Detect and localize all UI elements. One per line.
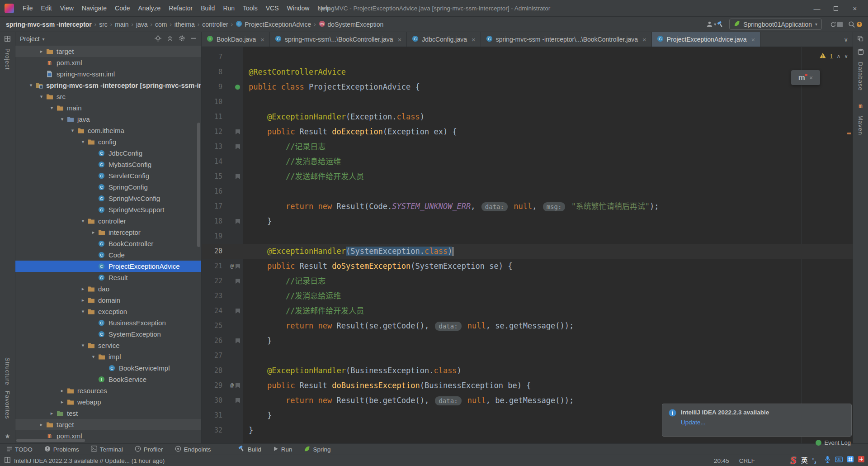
tree-item-domain[interactable]: ▸domain bbox=[15, 295, 201, 306]
tree-item-mybatisconfig[interactable]: CMybatisConfig bbox=[15, 159, 201, 170]
gutter-icons[interactable] bbox=[222, 274, 243, 289]
tree-item-bookservice[interactable]: IBookService bbox=[15, 374, 201, 385]
sidebar-item-maven[interactable]: Maven bbox=[857, 115, 864, 135]
line-number[interactable]: 15 bbox=[202, 169, 222, 184]
menu-edit[interactable]: Edit bbox=[37, 5, 56, 12]
gutter-marker-icon[interactable] bbox=[236, 264, 240, 269]
ime-language-toggle[interactable]: 英 bbox=[801, 455, 808, 465]
gutter-icons[interactable] bbox=[222, 169, 243, 184]
window-grid-icon[interactable] bbox=[5, 457, 10, 464]
tree-item-bookserviceimpl[interactable]: CBookServiceImpl bbox=[15, 362, 201, 374]
breadcrumb-item[interactable]: itheima bbox=[174, 21, 195, 28]
event-log-button[interactable]: Event Log bbox=[816, 439, 851, 446]
gutter-marker-icon[interactable] bbox=[236, 383, 240, 388]
gutter-icons[interactable] bbox=[222, 184, 243, 199]
hide-panel-icon[interactable] bbox=[191, 35, 197, 43]
tree-item-com-itheima[interactable]: ▾com.itheima bbox=[15, 125, 201, 136]
tab-spring-mvc-ssm-interceptor-bookcontroller-java[interactable]: Cspring-mvc-ssm -interceptor\...\BookCon… bbox=[481, 32, 652, 47]
tree-item-pom-xml[interactable]: mpom.xml bbox=[15, 57, 201, 68]
tree-toggle-icon[interactable]: ▸ bbox=[58, 388, 66, 394]
stop-icon[interactable] bbox=[837, 22, 843, 27]
editor-floating-widget[interactable]: m × bbox=[791, 70, 820, 85]
tree-toggle-icon[interactable]: ▾ bbox=[79, 342, 87, 348]
line-number[interactable]: 32 bbox=[202, 423, 222, 438]
annotation-gutter-icon[interactable]: @ bbox=[230, 378, 234, 393]
line-number[interactable]: 28 bbox=[202, 363, 222, 378]
breadcrumb-item[interactable]: src bbox=[99, 21, 108, 28]
line-number[interactable]: 9 bbox=[202, 80, 222, 95]
close-tab-icon[interactable]: × bbox=[260, 36, 264, 43]
line-number[interactable]: 25 bbox=[202, 319, 222, 333]
maximize-button[interactable] bbox=[826, 0, 845, 17]
menu-tools[interactable]: Tools bbox=[239, 5, 262, 12]
line-number[interactable]: 16 bbox=[202, 184, 222, 199]
gutter-icons[interactable] bbox=[222, 199, 243, 214]
tree-item-service[interactable]: ▾service bbox=[15, 340, 201, 351]
line-number[interactable]: 20 bbox=[202, 244, 222, 259]
tool-window-button-todo[interactable]: TODO bbox=[6, 446, 33, 453]
prev-problem-icon[interactable]: ∧ bbox=[836, 53, 840, 59]
gutter-marker-icon[interactable] bbox=[236, 129, 240, 134]
ime-skin-icon[interactable] bbox=[858, 456, 864, 464]
line-number[interactable]: 19 bbox=[202, 229, 222, 244]
tree-item-code[interactable]: CCode bbox=[15, 249, 201, 261]
breadcrumb-item[interactable]: com bbox=[155, 21, 167, 28]
inspection-widget[interactable]: 1 ∧ ∨ bbox=[820, 52, 848, 60]
tree-horizontal-scrollbar[interactable] bbox=[16, 439, 85, 442]
gutter-icons[interactable] bbox=[222, 319, 243, 333]
gutter-icons[interactable] bbox=[222, 229, 243, 244]
tree-toggle-icon[interactable]: ▸ bbox=[48, 410, 56, 416]
menu-file[interactable]: File bbox=[19, 5, 37, 12]
tree-item-java[interactable]: ▾java bbox=[15, 114, 201, 125]
tree-toggle-icon[interactable]: ▾ bbox=[79, 218, 87, 224]
tool-window-button-endpoints[interactable]: Endpoints bbox=[175, 446, 211, 453]
tree-item-config[interactable]: ▾config bbox=[15, 136, 201, 147]
menu-refactor[interactable]: Refactor bbox=[165, 5, 197, 12]
gutter-icons[interactable] bbox=[222, 109, 243, 124]
line-number[interactable]: 14 bbox=[202, 154, 222, 169]
tree-item-servletconfig[interactable]: CServletConfig bbox=[15, 170, 201, 181]
tab-jdbcconfig-java[interactable]: CJdbcConfig.java× bbox=[407, 32, 481, 47]
tree-toggle-icon[interactable]: ▾ bbox=[48, 105, 56, 111]
gutter-icons[interactable] bbox=[222, 408, 243, 423]
line-number[interactable]: 13 bbox=[202, 139, 222, 154]
tree-item-controller[interactable]: ▾controller bbox=[15, 215, 201, 227]
tree-item-dao[interactable]: ▸dao bbox=[15, 283, 201, 295]
tree-item-spring-mvc-ssm-interceptor-spring-mvc-ssm-int-[interactable]: ▾spring-mvc-ssm -interceptor [spring-mvc… bbox=[15, 80, 201, 91]
tree-vertical-scrollbar[interactable] bbox=[197, 123, 200, 247]
gutter-marker-icon[interactable] bbox=[236, 144, 240, 149]
gutter-marker-icon[interactable] bbox=[236, 279, 240, 284]
gutter-icons[interactable] bbox=[222, 95, 243, 109]
menu-window[interactable]: Window bbox=[283, 5, 314, 12]
line-number[interactable]: 23 bbox=[202, 289, 222, 304]
line-number[interactable]: 12 bbox=[202, 124, 222, 139]
tree-item-springmvcsupport[interactable]: CSpringMvcSupport bbox=[15, 204, 201, 215]
run-config-selector[interactable]: Springboot01Application ▾ bbox=[729, 19, 822, 30]
line-number[interactable]: 29 bbox=[202, 378, 222, 393]
locate-file-icon[interactable] bbox=[155, 35, 161, 43]
tree-toggle-icon[interactable]: ▾ bbox=[79, 139, 87, 145]
line-number[interactable]: 26 bbox=[202, 333, 222, 348]
tree-item-src[interactable]: ▾src bbox=[15, 91, 201, 102]
close-tab-icon[interactable]: × bbox=[642, 36, 646, 43]
tree-item-target[interactable]: ▸target bbox=[15, 46, 201, 57]
line-number[interactable]: 30 bbox=[202, 393, 222, 408]
tool-window-button-problems[interactable]: Problems bbox=[44, 446, 79, 453]
tool-window-button-build[interactable]: Build bbox=[238, 445, 261, 453]
tree-item-webapp[interactable]: ▸webapp bbox=[15, 396, 201, 408]
class-gutter-icon[interactable] bbox=[235, 85, 240, 90]
close-tab-icon[interactable]: × bbox=[751, 36, 755, 43]
gutter-icons[interactable]: @ bbox=[222, 259, 243, 274]
sogou-logo-icon[interactable]: S bbox=[790, 455, 796, 465]
project-panel-title[interactable]: Project bbox=[20, 35, 40, 43]
tree-item-projectexceptionadvice[interactable]: CProjectExceptionAdvice bbox=[15, 261, 201, 272]
tree-item-impl[interactable]: ▾impl bbox=[15, 351, 201, 362]
tree-item-target[interactable]: ▸target bbox=[15, 419, 201, 430]
gutter-marker-icon[interactable] bbox=[236, 219, 240, 224]
tree-item-systemexception[interactable]: CSystemException bbox=[15, 328, 201, 340]
tool-window-button-profiler[interactable]: Profiler bbox=[135, 446, 163, 453]
tree-toggle-icon[interactable]: ▸ bbox=[38, 422, 45, 428]
breadcrumb-item[interactable]: CProjectExceptionAdvice bbox=[235, 20, 311, 29]
error-stripe-mark[interactable] bbox=[847, 133, 851, 134]
keyboard-icon[interactable] bbox=[835, 456, 843, 464]
